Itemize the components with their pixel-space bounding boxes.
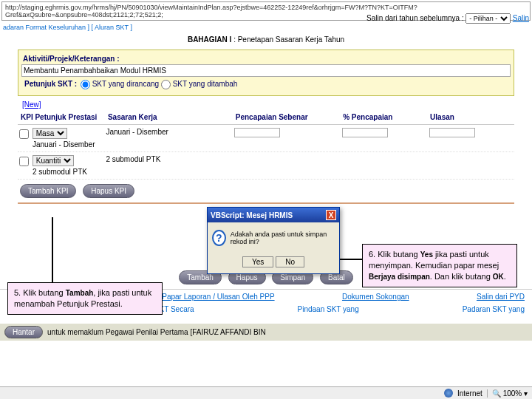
radio-dirancang[interactable]: [81, 80, 90, 89]
petunjuk-skt-label: Petunjuk SKT :: [23, 78, 78, 89]
dialog-message: Adakah anda pasti untuk simpan rekod ini…: [231, 231, 335, 245]
footer-link-dokumen[interactable]: Dokumen Sokongan: [342, 293, 409, 301]
percent-input[interactable]: [342, 128, 388, 137]
row-subtext: Januari - Disember: [33, 140, 103, 149]
radio-dirancang-label: SKT yang dirancang: [92, 80, 159, 88]
ulasan-input[interactable]: [429, 128, 475, 137]
new-link[interactable]: [New]: [22, 100, 41, 109]
footer-link-ppp[interactable]: Papar Laporan / Ulasan Oleh PPP: [162, 293, 274, 301]
hapus-kpi-button[interactable]: Hapus KPI: [83, 184, 134, 198]
kpi-select[interactable]: Kuantiti: [33, 155, 74, 166]
callout-step-5: 5. Klik butang Tambah, jika pasti untuk …: [7, 282, 163, 315]
globe-icon: [444, 389, 453, 398]
activity-panel: Aktiviti/Projek/Keterangan : Petunjuk SK…: [18, 50, 514, 96]
footer-col-c[interactable]: Padaran SKT yang: [463, 305, 525, 313]
footer-col-b[interactable]: Pindaan SKT yang: [298, 305, 359, 313]
copy-year-label: Salin dari tahun sebelumnya :: [366, 14, 464, 22]
dialog-titlebar: VBScript: Mesej HRMIS X: [208, 208, 339, 222]
row-checkbox[interactable]: [19, 129, 29, 139]
tambah-kpi-button[interactable]: Tambah KPI: [20, 184, 76, 198]
activity-label: Aktiviti/Projek/Keterangan :: [21, 53, 511, 64]
footer-link-salin[interactable]: Salin dari PYD: [477, 293, 525, 301]
top-nav-links[interactable]: adaran Format Keseluruhan ] [ Aluran SKT…: [0, 22, 532, 33]
skt-indicator-row: Petunjuk SKT : SKT yang dirancang SKT ya…: [21, 77, 511, 92]
section-header: BAHAGIAN I : Penetapan Sasaran Kerja Tah…: [0, 33, 532, 47]
kpi-button-row: Tambah KPI Hapus KPI: [18, 184, 514, 198]
radio-ditambah-label: SKT yang ditambah: [173, 80, 238, 88]
zoom-indicator[interactable]: 🔍 100% ▾: [487, 389, 528, 398]
yes-button[interactable]: Yes: [242, 256, 273, 267]
salin-link[interactable]: Salin: [513, 14, 529, 22]
col-percent: % Pencapaian: [340, 110, 427, 124]
copy-year-controls: Salin dari tahun sebelumnya : - Pilihan …: [366, 13, 529, 24]
status-internet: Internet: [457, 389, 482, 398]
table-row: Masa Januari - Disember Januari - Disemb…: [18, 125, 514, 152]
col-kpi: KPI Petunjuk Prestasi: [18, 110, 105, 124]
hantar-text: untuk memaklum Pegawai Penilai Pertama […: [47, 328, 266, 336]
divider: [18, 202, 514, 204]
year-select[interactable]: - Pilihan -: [466, 13, 511, 24]
col-ulasan: Ulasan: [427, 110, 514, 124]
kpi-grid-header: KPI Petunjuk Prestasi Sasaran Kerja Penc…: [18, 110, 514, 125]
question-icon: ?: [212, 230, 226, 246]
close-icon[interactable]: X: [326, 210, 336, 220]
confirm-dialog: VBScript: Mesej HRMIS X ? Adakah anda pa…: [207, 207, 340, 274]
bahagian-label: BAHAGIAN I: [188, 35, 231, 44]
bahagian-title: : Penetapan Sasaran Kerja Tahun: [233, 35, 344, 44]
table-row: Kuantiti 2 submodul PTK 2 submodul PTK: [18, 152, 514, 180]
col-pencapaian-sebenar: Pencapaian Sebenar: [233, 110, 340, 124]
status-bar: Internet 🔍 100% ▾: [0, 386, 532, 399]
actual-input[interactable]: [234, 128, 280, 137]
radio-ditambah[interactable]: [161, 80, 171, 89]
col-sasaran: Sasaran Kerja: [105, 110, 233, 124]
activity-input[interactable]: [21, 64, 511, 77]
hantar-button[interactable]: Hantar: [4, 326, 43, 338]
row-target: 2 submodul PTK: [104, 154, 233, 165]
row-target: Januari - Disember: [104, 126, 233, 137]
hantar-band: Hantar untuk memaklum Pegawai Penilai Pe…: [0, 324, 532, 341]
row-subtext: 2 submodul PTK: [33, 168, 103, 176]
row-checkbox[interactable]: [19, 157, 29, 166]
no-button[interactable]: No: [276, 256, 304, 267]
kpi-select[interactable]: Masa: [33, 128, 67, 139]
dialog-title-text: VBScript: Mesej HRMIS: [211, 211, 293, 219]
callout-step-6: 6. Klik butang Yes jika pasti untuk meny…: [362, 244, 517, 287]
callout-arrow: [52, 217, 53, 282]
